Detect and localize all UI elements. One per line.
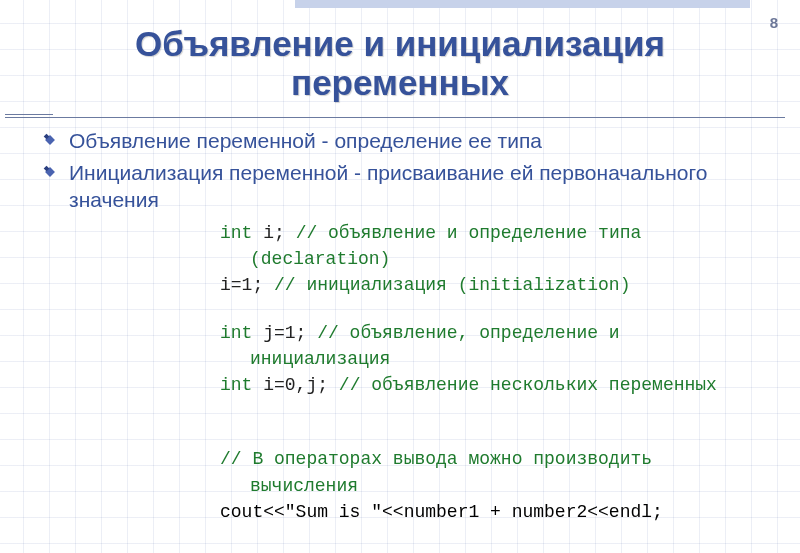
title-line-1: Объявление и инициализация — [135, 24, 665, 63]
rule-long — [5, 117, 785, 118]
code-comment: // объявление, определение и — [317, 323, 619, 343]
code-line: int j=1; // объявление, определение и — [220, 321, 780, 345]
title-line-2: переменных — [291, 63, 509, 102]
code-line: (declaration) — [220, 247, 780, 271]
diamond-bullet-icon — [43, 133, 57, 147]
code-keyword: int — [220, 323, 252, 343]
code-text: i=1; — [220, 275, 274, 295]
code-line: i=1; // инициализация (initialization) — [220, 273, 780, 297]
code-text: cout<<"Sum is "<<number1 + number2<<endl… — [220, 502, 663, 522]
code-comment: // инициализация (initialization) — [274, 275, 630, 295]
bullet-text: Объявление переменной - определение ее т… — [69, 129, 542, 152]
code-comment: // объявление нескольких переменных — [339, 375, 717, 395]
code-comment: // объявление и определение типа — [296, 223, 642, 243]
bullet-list: Объявление переменной - определение ее т… — [25, 128, 780, 213]
body-area: Объявление переменной - определение ее т… — [25, 114, 780, 526]
code-comment: // В операторах вывода можно производить — [220, 449, 652, 469]
code-comment: вычисления — [250, 476, 358, 496]
top-accent-bar — [295, 0, 750, 8]
diamond-bullet-icon — [43, 165, 57, 179]
code-keyword: int — [220, 375, 252, 395]
bullet-text: Инициализация переменной - присваивание … — [69, 161, 707, 210]
code-text: i=0,j; — [252, 375, 338, 395]
code-line: cout<<"Sum is "<<number1 + number2<<endl… — [220, 500, 780, 524]
code-text: j=1; — [252, 323, 317, 343]
code-line: int i; // объявление и определение типа — [220, 221, 780, 245]
code-text: i; — [252, 223, 295, 243]
slide-title: Объявление и инициализация переменных — [0, 24, 800, 102]
code-comment: инициализация — [250, 349, 390, 369]
code-line: // В операторах вывода можно производить — [220, 447, 780, 471]
bullet-item: Инициализация переменной - присваивание … — [43, 160, 780, 213]
code-comment: (declaration) — [250, 249, 390, 269]
code-line: инициализация — [220, 347, 780, 371]
rule-short — [5, 114, 53, 115]
code-keyword: int — [220, 223, 252, 243]
code-line: int i=0,j; // объявление нескольких пере… — [220, 373, 780, 397]
bullet-item: Объявление переменной - определение ее т… — [43, 128, 780, 154]
code-line: вычисления — [220, 474, 780, 498]
code-block: int i; // объявление и определение типа … — [220, 221, 780, 524]
